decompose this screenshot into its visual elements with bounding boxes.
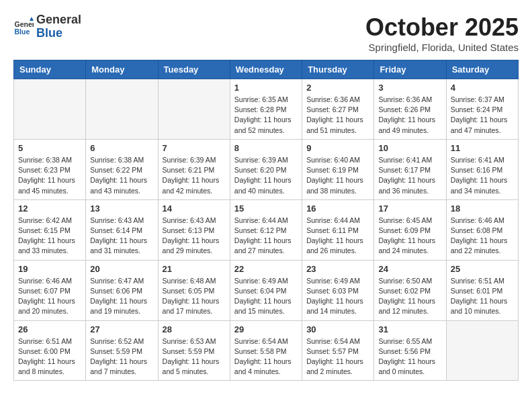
day-info: Sunrise: 6:38 AM Sunset: 6:22 PM Dayligh… bbox=[90, 155, 153, 196]
day-number: 24 bbox=[378, 264, 441, 274]
day-info: Sunrise: 6:51 AM Sunset: 6:00 PM Dayligh… bbox=[18, 336, 81, 377]
day-number: 4 bbox=[451, 83, 514, 93]
day-info: Sunrise: 6:36 AM Sunset: 6:26 PM Dayligh… bbox=[378, 95, 441, 136]
weekday-header-sunday: Sunday bbox=[14, 60, 86, 79]
weekday-header-wednesday: Wednesday bbox=[230, 60, 302, 79]
day-number: 29 bbox=[234, 324, 298, 334]
day-info: Sunrise: 6:51 AM Sunset: 6:01 PM Dayligh… bbox=[451, 276, 514, 317]
svg-marker-2 bbox=[30, 17, 34, 21]
day-info: Sunrise: 6:39 AM Sunset: 6:21 PM Dayligh… bbox=[163, 155, 226, 196]
logo-text: General Blue bbox=[36, 13, 81, 40]
day-info: Sunrise: 6:54 AM Sunset: 5:57 PM Dayligh… bbox=[306, 336, 369, 377]
week-row-1: 1Sunrise: 6:35 AM Sunset: 6:28 PM Daylig… bbox=[14, 79, 519, 140]
calendar-cell bbox=[446, 320, 518, 381]
page-header: General Blue General Blue October 2025 S… bbox=[13, 13, 519, 53]
day-number: 5 bbox=[18, 143, 81, 153]
day-info: Sunrise: 6:52 AM Sunset: 5:59 PM Dayligh… bbox=[90, 336, 153, 377]
calendar-cell: 23Sunrise: 6:49 AM Sunset: 6:03 PM Dayli… bbox=[302, 260, 374, 320]
calendar-cell: 5Sunrise: 6:38 AM Sunset: 6:23 PM Daylig… bbox=[14, 139, 86, 199]
day-info: Sunrise: 6:41 AM Sunset: 6:17 PM Dayligh… bbox=[378, 155, 441, 196]
day-number: 12 bbox=[18, 203, 81, 214]
weekday-header-thursday: Thursday bbox=[302, 60, 374, 79]
day-number: 11 bbox=[451, 143, 514, 153]
day-number: 23 bbox=[306, 264, 369, 274]
day-info: Sunrise: 6:35 AM Sunset: 6:28 PM Dayligh… bbox=[234, 95, 298, 136]
day-number: 1 bbox=[234, 83, 298, 93]
calendar-cell: 29Sunrise: 6:54 AM Sunset: 5:58 PM Dayli… bbox=[230, 320, 302, 381]
weekday-header-monday: Monday bbox=[86, 60, 158, 79]
day-number: 9 bbox=[306, 143, 369, 153]
month-title: October 2025 bbox=[365, 13, 519, 42]
day-number: 15 bbox=[234, 203, 298, 214]
weekday-header-row: SundayMondayTuesdayWednesdayThursdayFrid… bbox=[14, 60, 519, 79]
day-number: 22 bbox=[234, 264, 298, 274]
day-number: 10 bbox=[378, 143, 441, 153]
calendar-table: SundayMondayTuesdayWednesdayThursdayFrid… bbox=[13, 60, 519, 381]
calendar-cell: 27Sunrise: 6:52 AM Sunset: 5:59 PM Dayli… bbox=[86, 320, 158, 381]
day-info: Sunrise: 6:39 AM Sunset: 6:20 PM Dayligh… bbox=[234, 155, 298, 196]
day-info: Sunrise: 6:46 AM Sunset: 6:08 PM Dayligh… bbox=[451, 216, 514, 257]
day-info: Sunrise: 6:44 AM Sunset: 6:11 PM Dayligh… bbox=[306, 216, 369, 257]
day-info: Sunrise: 6:43 AM Sunset: 6:13 PM Dayligh… bbox=[163, 216, 226, 257]
weekday-header-friday: Friday bbox=[374, 60, 446, 79]
day-info: Sunrise: 6:48 AM Sunset: 6:05 PM Dayligh… bbox=[163, 276, 226, 317]
day-info: Sunrise: 6:46 AM Sunset: 6:07 PM Dayligh… bbox=[18, 276, 81, 317]
calendar-cell: 31Sunrise: 6:55 AM Sunset: 5:56 PM Dayli… bbox=[374, 320, 446, 381]
day-number: 18 bbox=[451, 203, 514, 214]
calendar-cell: 22Sunrise: 6:49 AM Sunset: 6:04 PM Dayli… bbox=[230, 260, 302, 320]
day-number: 2 bbox=[306, 83, 369, 93]
calendar-cell: 21Sunrise: 6:48 AM Sunset: 6:05 PM Dayli… bbox=[158, 260, 230, 320]
day-info: Sunrise: 6:54 AM Sunset: 5:58 PM Dayligh… bbox=[234, 336, 298, 377]
logo-blue-text: Blue bbox=[36, 27, 81, 40]
day-number: 21 bbox=[163, 264, 226, 274]
day-number: 3 bbox=[378, 83, 441, 93]
calendar-cell: 9Sunrise: 6:40 AM Sunset: 6:19 PM Daylig… bbox=[302, 139, 374, 199]
day-info: Sunrise: 6:42 AM Sunset: 6:15 PM Dayligh… bbox=[18, 216, 81, 257]
calendar-cell: 20Sunrise: 6:47 AM Sunset: 6:06 PM Dayli… bbox=[86, 260, 158, 320]
day-info: Sunrise: 6:45 AM Sunset: 6:09 PM Dayligh… bbox=[378, 216, 441, 257]
day-number: 30 bbox=[306, 324, 369, 334]
calendar-cell: 19Sunrise: 6:46 AM Sunset: 6:07 PM Dayli… bbox=[14, 260, 86, 320]
calendar-cell bbox=[158, 79, 230, 140]
calendar-cell: 12Sunrise: 6:42 AM Sunset: 6:15 PM Dayli… bbox=[14, 199, 86, 260]
calendar-cell: 16Sunrise: 6:44 AM Sunset: 6:11 PM Dayli… bbox=[302, 199, 374, 260]
calendar-cell: 26Sunrise: 6:51 AM Sunset: 6:00 PM Dayli… bbox=[14, 320, 86, 381]
calendar-cell: 28Sunrise: 6:53 AM Sunset: 5:59 PM Dayli… bbox=[158, 320, 230, 381]
weekday-header-tuesday: Tuesday bbox=[158, 60, 230, 79]
day-number: 8 bbox=[234, 143, 298, 153]
day-info: Sunrise: 6:55 AM Sunset: 5:56 PM Dayligh… bbox=[378, 336, 441, 377]
calendar-cell: 24Sunrise: 6:50 AM Sunset: 6:02 PM Dayli… bbox=[374, 260, 446, 320]
day-info: Sunrise: 6:44 AM Sunset: 6:12 PM Dayligh… bbox=[234, 216, 298, 257]
calendar-cell: 11Sunrise: 6:41 AM Sunset: 6:16 PM Dayli… bbox=[446, 139, 518, 199]
day-number: 6 bbox=[90, 143, 153, 153]
calendar-cell: 4Sunrise: 6:37 AM Sunset: 6:24 PM Daylig… bbox=[446, 79, 518, 140]
calendar-cell bbox=[86, 79, 158, 140]
calendar-cell: 1Sunrise: 6:35 AM Sunset: 6:28 PM Daylig… bbox=[230, 79, 302, 140]
day-number: 13 bbox=[90, 203, 153, 214]
day-info: Sunrise: 6:49 AM Sunset: 6:03 PM Dayligh… bbox=[306, 276, 369, 317]
day-info: Sunrise: 6:43 AM Sunset: 6:14 PM Dayligh… bbox=[90, 216, 153, 257]
calendar-cell bbox=[14, 79, 86, 140]
day-info: Sunrise: 6:37 AM Sunset: 6:24 PM Dayligh… bbox=[451, 95, 514, 136]
calendar-cell: 17Sunrise: 6:45 AM Sunset: 6:09 PM Dayli… bbox=[374, 199, 446, 260]
location: Springfield, Florida, United States bbox=[365, 42, 519, 53]
day-info: Sunrise: 6:53 AM Sunset: 5:59 PM Dayligh… bbox=[163, 336, 226, 377]
calendar-cell: 14Sunrise: 6:43 AM Sunset: 6:13 PM Dayli… bbox=[158, 199, 230, 260]
day-info: Sunrise: 6:40 AM Sunset: 6:19 PM Dayligh… bbox=[306, 155, 369, 196]
day-number: 7 bbox=[163, 143, 226, 153]
day-info: Sunrise: 6:49 AM Sunset: 6:04 PM Dayligh… bbox=[234, 276, 298, 317]
calendar-cell: 13Sunrise: 6:43 AM Sunset: 6:14 PM Dayli… bbox=[86, 199, 158, 260]
title-block: October 2025 Springfield, Florida, Unite… bbox=[365, 13, 519, 53]
day-number: 27 bbox=[90, 324, 153, 334]
week-row-2: 5Sunrise: 6:38 AM Sunset: 6:23 PM Daylig… bbox=[14, 139, 519, 199]
calendar-cell: 30Sunrise: 6:54 AM Sunset: 5:57 PM Dayli… bbox=[302, 320, 374, 381]
weekday-header-saturday: Saturday bbox=[446, 60, 518, 79]
calendar-cell: 15Sunrise: 6:44 AM Sunset: 6:12 PM Dayli… bbox=[230, 199, 302, 260]
week-row-5: 26Sunrise: 6:51 AM Sunset: 6:00 PM Dayli… bbox=[14, 320, 519, 381]
calendar-cell: 7Sunrise: 6:39 AM Sunset: 6:21 PM Daylig… bbox=[158, 139, 230, 199]
day-number: 20 bbox=[90, 264, 153, 274]
calendar-cell: 25Sunrise: 6:51 AM Sunset: 6:01 PM Dayli… bbox=[446, 260, 518, 320]
calendar-cell: 8Sunrise: 6:39 AM Sunset: 6:20 PM Daylig… bbox=[230, 139, 302, 199]
calendar-cell: 10Sunrise: 6:41 AM Sunset: 6:17 PM Dayli… bbox=[374, 139, 446, 199]
calendar-cell: 2Sunrise: 6:36 AM Sunset: 6:27 PM Daylig… bbox=[302, 79, 374, 140]
